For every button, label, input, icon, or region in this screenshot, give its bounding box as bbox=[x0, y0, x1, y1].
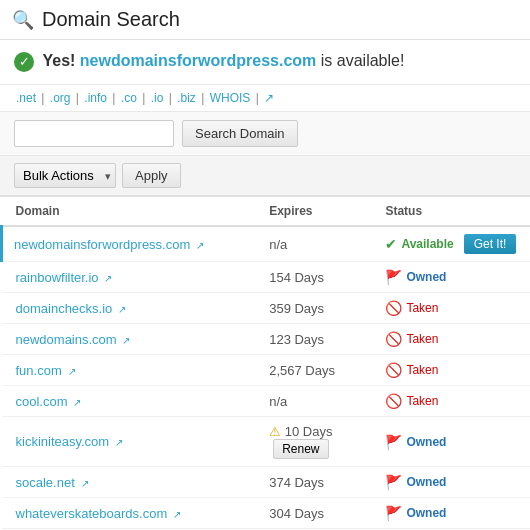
bulk-actions-select[interactable]: Bulk Actions bbox=[14, 163, 116, 188]
status-wrapper: 🚩Owned bbox=[385, 474, 522, 490]
status-wrapper: 🚩Owned bbox=[385, 269, 522, 285]
no-entry-icon: 🚫 bbox=[385, 393, 402, 409]
flag-icon: 🚩 bbox=[385, 505, 402, 521]
external-icon: ↗ bbox=[71, 397, 82, 408]
no-entry-icon: 🚫 bbox=[385, 362, 402, 378]
domain-link[interactable]: domainchecks.io bbox=[16, 301, 113, 316]
domain-link[interactable]: kickiniteasy.com bbox=[16, 434, 110, 449]
table-row: kickiniteasy.com ↗⚠ 10 DaysRenew🚩Owned bbox=[2, 417, 531, 467]
renew-button[interactable]: Renew bbox=[273, 439, 328, 459]
apply-button[interactable]: Apply bbox=[122, 163, 181, 188]
table-row: fun.com ↗2,567 Days🚫Taken bbox=[2, 355, 531, 386]
domain-link[interactable]: newdomainsforwordpress.com bbox=[14, 237, 190, 252]
external-icon: ↗ bbox=[102, 273, 113, 284]
domain-table: Domain Expires Status newdomainsforwordp… bbox=[0, 197, 530, 530]
available-domain-link[interactable]: newdomainsforwordpress.com bbox=[80, 52, 317, 69]
expires-value: 154 Days bbox=[269, 270, 324, 285]
expires-value: n/a bbox=[269, 394, 287, 409]
search-icon: 🔍 bbox=[12, 9, 34, 31]
expires-cell: 2,567 Days bbox=[255, 355, 371, 386]
col-expires: Expires bbox=[255, 197, 371, 226]
external-link[interactable]: ↗ bbox=[264, 91, 274, 105]
table-row: cool.com ↗n/a🚫Taken bbox=[2, 386, 531, 417]
expires-cell: n/a bbox=[255, 386, 371, 417]
flag-icon: 🚩 bbox=[385, 434, 402, 450]
warning-icon: ⚠ bbox=[269, 424, 285, 439]
table-row: newdomainsforwordpress.com ↗n/a✔Availabl… bbox=[2, 226, 531, 262]
status-cell: 🚫Taken bbox=[371, 386, 530, 417]
status-wrapper: 🚫Taken bbox=[385, 331, 522, 347]
table-row: newdomains.com ↗123 Days🚫Taken bbox=[2, 324, 531, 355]
domain-cell: whateverskateboards.com ↗ bbox=[2, 498, 256, 529]
external-icon: ↗ bbox=[78, 478, 89, 489]
table-row: rainbowfilter.io ↗154 Days🚩Owned bbox=[2, 262, 531, 293]
status-wrapper: 🚩Owned bbox=[385, 434, 522, 450]
domain-link[interactable]: whateverskateboards.com bbox=[16, 506, 168, 521]
tld-net-link[interactable]: .net bbox=[16, 91, 36, 105]
tld-info-link[interactable]: .info bbox=[84, 91, 107, 105]
status-wrapper: 🚫Taken bbox=[385, 362, 522, 378]
tld-co-link[interactable]: .co bbox=[121, 91, 137, 105]
status-cell: 🚩Owned bbox=[371, 262, 530, 293]
expires-value: n/a bbox=[269, 237, 287, 252]
tld-io-link[interactable]: .io bbox=[151, 91, 164, 105]
status-wrapper: 🚫Taken bbox=[385, 393, 522, 409]
table-row: domainchecks.io ↗359 Days🚫Taken bbox=[2, 293, 531, 324]
expires-value: 359 Days bbox=[269, 301, 324, 316]
expires-value: 374 Days bbox=[269, 475, 324, 490]
check-icon: ✓ bbox=[14, 52, 34, 72]
status-wrapper: 🚩Owned bbox=[385, 505, 522, 521]
status-cell: ✔AvailableGet It! bbox=[371, 226, 530, 262]
status-label: Available bbox=[401, 237, 453, 251]
get-it-button[interactable]: Get It! bbox=[464, 234, 517, 254]
status-cell: 🚩Owned bbox=[371, 467, 530, 498]
status-cell: 🚫Taken bbox=[371, 324, 530, 355]
header: 🔍 Domain Search bbox=[0, 0, 530, 40]
page-title: Domain Search bbox=[42, 8, 180, 31]
status-cell: 🚫Taken bbox=[371, 293, 530, 324]
domain-link[interactable]: rainbowfilter.io bbox=[16, 270, 99, 285]
tld-links-row: .net | .org | .info | .co | .io | .biz |… bbox=[0, 85, 530, 112]
bulk-actions-wrap: Bulk Actions bbox=[14, 163, 116, 188]
domain-link[interactable]: fun.com bbox=[16, 363, 62, 378]
whois-link[interactable]: WHOIS bbox=[210, 91, 251, 105]
tld-biz-link[interactable]: .biz bbox=[177, 91, 196, 105]
domain-link[interactable]: newdomains.com bbox=[16, 332, 117, 347]
domain-cell: rainbowfilter.io ↗ bbox=[2, 262, 256, 293]
col-status: Status bbox=[371, 197, 530, 226]
domain-cell: domainchecks.io ↗ bbox=[2, 293, 256, 324]
status-label: Owned bbox=[406, 435, 446, 449]
external-icon: ↗ bbox=[115, 304, 126, 315]
status-label: Owned bbox=[406, 475, 446, 489]
expires-value: 2,567 Days bbox=[269, 363, 335, 378]
col-domain: Domain bbox=[2, 197, 256, 226]
status-cell: 🚩Owned bbox=[371, 498, 530, 529]
expires-value: 10 Days bbox=[285, 424, 333, 439]
domain-cell: newdomains.com ↗ bbox=[2, 324, 256, 355]
domain-cell: fun.com ↗ bbox=[2, 355, 256, 386]
domain-cell: kickiniteasy.com ↗ bbox=[2, 417, 256, 467]
search-input[interactable] bbox=[14, 120, 174, 147]
external-icon: ↗ bbox=[170, 509, 181, 520]
domain-link[interactable]: socale.net bbox=[16, 475, 75, 490]
status-label: Taken bbox=[406, 363, 438, 377]
domain-cell: socale.net ↗ bbox=[2, 467, 256, 498]
available-banner: ✓ Yes! newdomainsforwordpress.com is ava… bbox=[0, 40, 530, 85]
status-label: Taken bbox=[406, 394, 438, 408]
tld-org-link[interactable]: .org bbox=[50, 91, 71, 105]
domain-link[interactable]: cool.com bbox=[16, 394, 68, 409]
expires-cell: 154 Days bbox=[255, 262, 371, 293]
expires-cell: 304 Days bbox=[255, 498, 371, 529]
no-entry-icon: 🚫 bbox=[385, 300, 402, 316]
expires-cell: n/a bbox=[255, 226, 371, 262]
status-cell: 🚩Owned bbox=[371, 417, 530, 467]
flag-icon: 🚩 bbox=[385, 474, 402, 490]
status-cell: 🚫Taken bbox=[371, 355, 530, 386]
expires-value: 123 Days bbox=[269, 332, 324, 347]
check-circle-icon: ✔ bbox=[385, 236, 397, 252]
search-domain-button[interactable]: Search Domain bbox=[182, 120, 298, 147]
external-icon: ↗ bbox=[112, 437, 123, 448]
status-label: Owned bbox=[406, 506, 446, 520]
domain-cell: newdomainsforwordpress.com ↗ bbox=[2, 226, 256, 262]
external-icon: ↗ bbox=[120, 335, 131, 346]
